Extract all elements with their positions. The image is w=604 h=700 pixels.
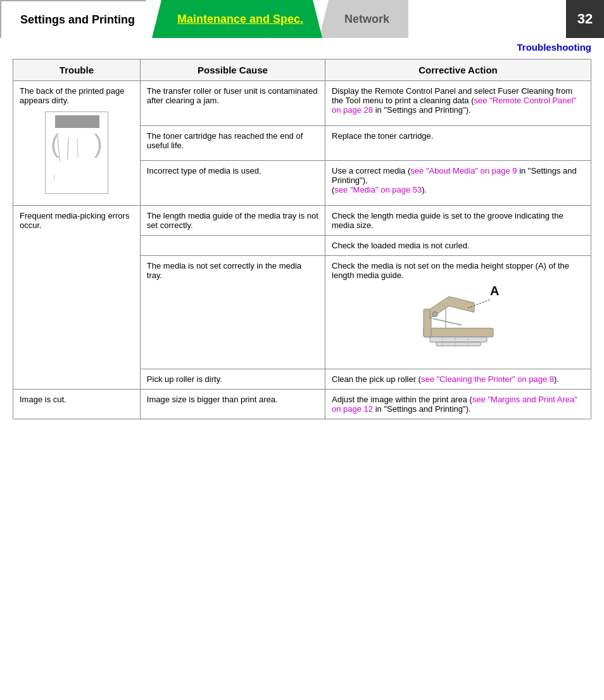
svg-line-4 (433, 319, 462, 325)
page-number: 32 (566, 0, 604, 38)
action-cell-1c: Use a correct media (see "About Media" o… (325, 160, 591, 205)
svg-rect-0 (424, 328, 493, 337)
tab-network-label: Network (344, 13, 389, 26)
page-header: Settings and Printing Maintenance and Sp… (0, 0, 604, 38)
dirty-page-illustration: ( ) ) (45, 111, 108, 194)
link-remote-control[interactable]: see "Remote Control Panel" on page 28 (332, 96, 576, 115)
action-cell-2b: Check the loaded media is not curled. (325, 236, 591, 256)
cause-cell-2b (140, 236, 325, 256)
action-cell-1a: Display the Remote Control Panel and sel… (325, 81, 591, 126)
link-cleaning-printer[interactable]: see "Cleaning the Printer" on page 8 (421, 374, 554, 384)
svg-point-3 (432, 312, 437, 317)
col-header-trouble: Trouble (13, 60, 141, 81)
tab-maintenance-label: Maintenance and Spec. (177, 13, 303, 26)
cause-cell-2a: The length media guide of the media tray… (140, 206, 325, 236)
trouble-cell-3: Image is cut. (13, 390, 141, 419)
trouble-cell-1: The back of the printed page appears dir… (13, 81, 141, 206)
action-cell-2a: Check the length media guide is set to t… (325, 206, 591, 236)
link-about-media[interactable]: see "About Media" on page 9 (410, 166, 517, 175)
action-cell-3: Adjust the image within the print area (… (325, 390, 591, 419)
tab-settings[interactable]: Settings and Printing (0, 0, 155, 38)
cause-cell-1b: The toner cartridge has reached the end … (140, 126, 325, 160)
main-table: Trouble Possible Cause Corrective Action… (13, 59, 591, 419)
troubleshooting-label: Troubleshooting (0, 38, 604, 55)
col-header-action: Corrective Action (325, 60, 591, 81)
svg-rect-6 (430, 337, 487, 342)
link-margins-print-area[interactable]: see "Margins and Print Area" on page 12 (332, 395, 577, 414)
tab-maintenance[interactable]: Maintenance and Spec. (152, 0, 322, 38)
table-row: Image is cut. Image size is bigger than … (13, 390, 591, 419)
action-cell-2c: Check the media is not set on the media … (325, 256, 591, 369)
media-guide-svg (411, 290, 506, 360)
media-guide-illustration: A (411, 284, 506, 360)
cause-cell-1a: The transfer roller or fuser unit is con… (140, 81, 325, 126)
trouble-cell-2: Frequent media-picking errors occur. (13, 206, 141, 390)
col-header-cause: Possible Cause (140, 60, 325, 81)
table-header-row: Trouble Possible Cause Corrective Action (13, 60, 591, 81)
cause-cell-3: Image size is bigger than print area. (140, 390, 325, 419)
cause-cell-2d: Pick up roller is dirty. (140, 369, 325, 390)
action-cell-1b: Replace the toner cartridge. (325, 126, 591, 160)
table-row: Frequent media-picking errors occur. The… (13, 206, 591, 236)
action-cell-2d: Clean the pick up roller (see "Cleaning … (325, 369, 591, 390)
link-media-53[interactable]: see "Media" on page 53 (334, 185, 422, 194)
cause-cell-2c: The media is not set correctly in the me… (140, 256, 325, 369)
tab-network[interactable]: Network (319, 0, 408, 38)
tab-settings-label: Settings and Printing (20, 13, 135, 27)
cause-cell-1c: Incorrect type of media is used. (140, 160, 325, 205)
table-row: The back of the printed page appears dir… (13, 81, 591, 126)
